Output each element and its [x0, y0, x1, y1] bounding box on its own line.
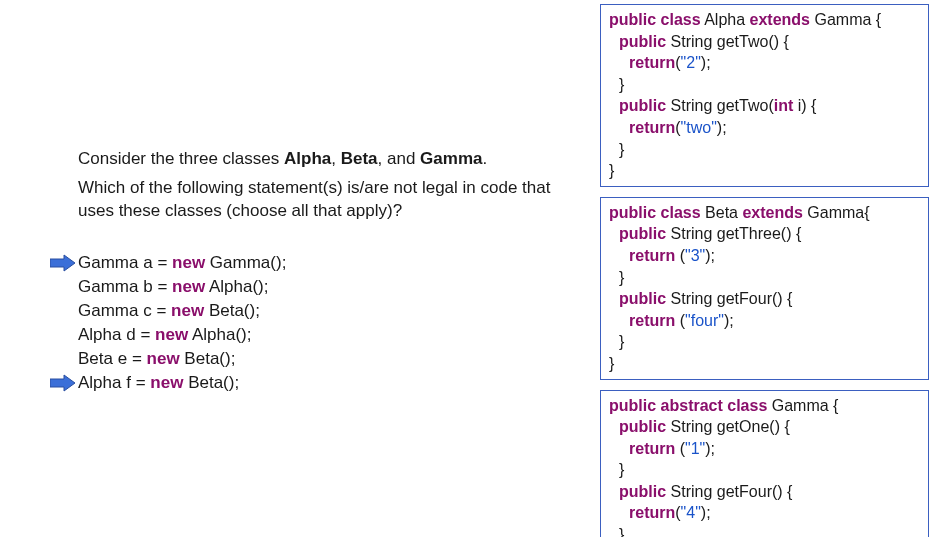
arrow-right-icon [50, 254, 76, 272]
choice-row: Gamma b = new Alpha(); [50, 275, 570, 299]
class-beta: Beta [341, 149, 378, 168]
answer-choices: Gamma a = new Gamma();Gamma b = new Alph… [50, 251, 570, 395]
choice-row: Gamma c = new Beta(); [50, 299, 570, 323]
code-box-gamma: public abstract class Gamma { public Str… [600, 390, 929, 538]
q1-pre: Consider the three classes [78, 149, 284, 168]
code-box-beta: public class Beta extends Gamma{ public … [600, 197, 929, 380]
choice-statement: Beta e = new Beta(); [78, 347, 235, 371]
choice-statement: Gamma b = new Alpha(); [78, 275, 268, 299]
choice-row: Alpha f = new Beta(); [50, 371, 570, 395]
arrow-cell [50, 374, 78, 392]
choice-row: Alpha d = new Alpha(); [50, 323, 570, 347]
class-alpha: Alpha [284, 149, 331, 168]
choice-statement: Alpha d = new Alpha(); [78, 323, 251, 347]
code-box-alpha: public class Alpha extends Gamma { publi… [600, 4, 929, 187]
choice-statement: Alpha f = new Beta(); [78, 371, 239, 395]
question-block: Consider the three classes Alpha, Beta, … [50, 148, 570, 223]
arrow-cell [50, 254, 78, 272]
question-line-2: Which of the following statement(s) is/a… [50, 177, 570, 223]
question-line-1: Consider the three classes Alpha, Beta, … [50, 148, 570, 171]
choice-statement: Gamma c = new Beta(); [78, 299, 260, 323]
choice-row: Beta e = new Beta(); [50, 347, 570, 371]
svg-marker-1 [50, 375, 75, 391]
class-gamma: Gamma [420, 149, 482, 168]
choice-row: Gamma a = new Gamma(); [50, 251, 570, 275]
choice-statement: Gamma a = new Gamma(); [78, 251, 286, 275]
arrow-right-icon [50, 374, 76, 392]
svg-marker-0 [50, 255, 75, 271]
